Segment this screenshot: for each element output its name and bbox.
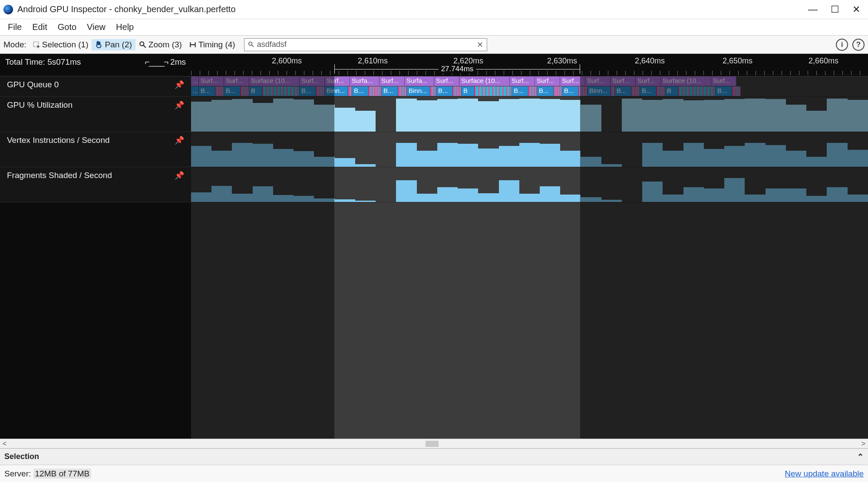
- trace-slice[interactable]: [316, 86, 325, 96]
- trace-slice[interactable]: Surface (10...: [249, 76, 300, 86]
- menu-help[interactable]: Help: [112, 20, 138, 34]
- trace-slice[interactable]: [348, 86, 352, 96]
- selection-panel[interactable]: Selection ⌃: [0, 448, 868, 465]
- mode-pan[interactable]: Pan (2): [92, 39, 135, 50]
- trace-slice[interactable]: B...: [300, 86, 316, 96]
- scroll-thumb[interactable]: [426, 441, 439, 447]
- trace-slice[interactable]: [528, 86, 537, 96]
- trace-slice[interactable]: [241, 86, 249, 96]
- trace-slice[interactable]: [579, 86, 587, 96]
- trace-slice[interactable]: Surf...: [535, 76, 560, 86]
- trace-slice[interactable]: [215, 86, 224, 96]
- trace-slice[interactable]: Surf...: [510, 76, 535, 86]
- menu-view[interactable]: View: [83, 20, 110, 34]
- mode-timing-label: Timing (4): [198, 40, 235, 50]
- trace-slice[interactable]: [398, 86, 407, 96]
- mode-selection[interactable]: Selection (1): [29, 39, 92, 50]
- trace-slice[interactable]: Surf...: [611, 76, 636, 86]
- trace-slice[interactable]: [369, 86, 382, 96]
- scroll-left-icon[interactable]: <: [3, 440, 7, 448]
- track-label: Fragments Shaded / Second: [7, 171, 112, 180]
- trace-slice[interactable]: B...: [716, 86, 732, 96]
- trace-slice[interactable]: B: [462, 86, 475, 96]
- trace-slice[interactable]: B...: [640, 86, 657, 96]
- trace-slice[interactable]: B: [249, 86, 262, 96]
- collapse-icon[interactable]: ⌃: [857, 452, 864, 462]
- trace-slice[interactable]: [732, 86, 741, 96]
- trace-slice[interactable]: Surf...: [224, 76, 249, 86]
- trace-slice[interactable]: B...: [537, 86, 554, 96]
- trace-slice[interactable]: B...: [352, 86, 369, 96]
- trace-slice[interactable]: B...: [199, 86, 215, 96]
- fragments-chart[interactable]: [191, 167, 868, 202]
- scroll-right-icon[interactable]: >: [861, 440, 865, 448]
- trace-slice[interactable]: [262, 86, 300, 96]
- trace-slice[interactable]: [453, 86, 462, 96]
- trace-slice[interactable]: Surf...: [325, 76, 350, 86]
- mode-timing[interactable]: Timing (4): [185, 39, 239, 50]
- track-label: GPU % Utilization: [7, 100, 73, 110]
- menu-file[interactable]: File: [3, 20, 26, 34]
- trace-slice[interactable]: Surf...: [560, 76, 585, 86]
- trace-slice[interactable]: B...: [512, 86, 528, 96]
- trace-slice[interactable]: [554, 86, 562, 96]
- gpu-queue-body[interactable]: ...Surf...Surf...Surface (10...Surf...Su…: [191, 76, 868, 96]
- trace-slice[interactable]: Binn...: [407, 86, 430, 96]
- trace-slice[interactable]: B...: [382, 86, 398, 96]
- trace-slice[interactable]: Surf...: [380, 76, 405, 86]
- trace-slice[interactable]: Surf...: [636, 76, 661, 86]
- trace-slice[interactable]: B...: [562, 86, 579, 96]
- pin-icon[interactable]: 📌: [175, 135, 184, 145]
- close-icon[interactable]: ✕: [852, 4, 860, 15]
- trace-slice[interactable]: Surfa...: [350, 76, 380, 86]
- h-scrollbar[interactable]: < >: [0, 439, 868, 448]
- pin-icon[interactable]: 📌: [175, 80, 184, 89]
- mode-zoom[interactable]: Zoom (3): [135, 39, 185, 50]
- timeline-empty[interactable]: [0, 202, 868, 439]
- window-controls: — ☐ ✕: [808, 4, 865, 15]
- pan-icon: [95, 41, 103, 49]
- total-time: Total Time: 5s071ms: [5, 57, 81, 67]
- pin-icon[interactable]: 📌: [175, 100, 184, 110]
- trace-slice[interactable]: Surf...: [711, 76, 736, 86]
- clear-search-icon[interactable]: ✕: [477, 40, 483, 50]
- search-box[interactable]: ✕: [244, 38, 487, 51]
- trace-slice[interactable]: [475, 86, 512, 96]
- trace-slice[interactable]: ...: [191, 86, 199, 96]
- trace-slice[interactable]: [678, 86, 716, 96]
- trace-slice[interactable]: Surfa...: [405, 76, 434, 86]
- pin-icon[interactable]: 📌: [175, 171, 184, 180]
- trace-slice[interactable]: Surface (10...: [459, 76, 510, 86]
- menu-goto[interactable]: Goto: [53, 20, 81, 34]
- update-link[interactable]: New update available: [785, 469, 864, 479]
- trace-slice[interactable]: [430, 86, 436, 96]
- maximize-icon[interactable]: ☐: [831, 4, 839, 15]
- svg-point-6: [249, 42, 252, 46]
- trace-slice[interactable]: Surface (10...: [661, 76, 711, 86]
- track-label: GPU Queue 0: [7, 80, 59, 89]
- menu-edit[interactable]: Edit: [28, 20, 51, 34]
- trace-slice[interactable]: B...: [224, 86, 241, 96]
- trace-slice[interactable]: [657, 86, 665, 96]
- trace-slice[interactable]: B: [665, 86, 678, 96]
- timeline[interactable]: Total Time: 5s071ms ⌐____¬ 2ms 2,600ms2,…: [0, 54, 868, 439]
- trace-slice[interactable]: Surf...: [434, 76, 459, 86]
- help-button[interactable]: ?: [852, 39, 865, 51]
- trace-slice[interactable]: Binn...: [325, 86, 348, 96]
- trace-slice[interactable]: Surf...: [585, 76, 611, 86]
- trace-slice[interactable]: B...: [615, 86, 631, 96]
- trace-slice[interactable]: ...: [191, 76, 199, 86]
- timing-icon: [189, 41, 197, 49]
- trace-slice[interactable]: [631, 86, 640, 96]
- zoom-icon: [139, 41, 147, 49]
- trace-slice[interactable]: Binn...: [587, 86, 611, 96]
- trace-slice[interactable]: Surf...: [199, 76, 224, 86]
- info-button[interactable]: i: [836, 39, 848, 51]
- trace-slice[interactable]: B...: [436, 86, 453, 96]
- gpu-util-chart[interactable]: [191, 97, 868, 132]
- trace-slice[interactable]: Surf...: [300, 76, 325, 86]
- trace-slice[interactable]: [611, 86, 615, 96]
- vertex-chart[interactable]: [191, 132, 868, 167]
- search-input[interactable]: [257, 40, 474, 49]
- minimize-icon[interactable]: —: [808, 4, 818, 15]
